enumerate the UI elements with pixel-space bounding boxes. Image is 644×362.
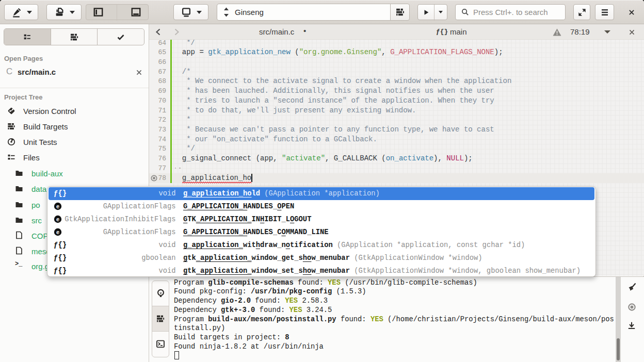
svg-text:e: e: [56, 229, 59, 235]
svg-text:e: e: [56, 216, 59, 222]
svg-text:e: e: [56, 203, 59, 209]
